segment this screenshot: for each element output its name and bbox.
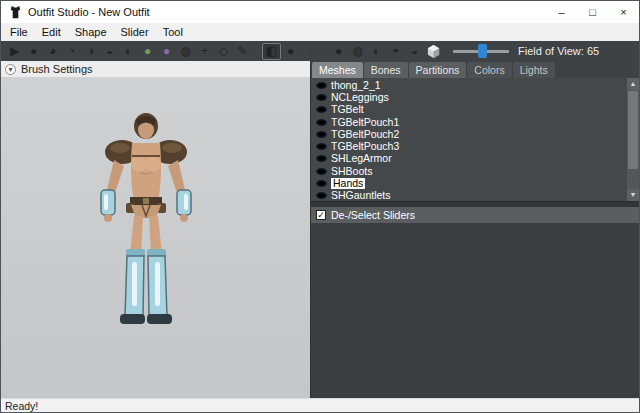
- masked-vertices-toggle-icon[interactable]: ◌: [300, 43, 319, 60]
- alpha-brush-icon[interactable]: ◍: [176, 43, 195, 60]
- tab-colors[interactable]: Colors: [467, 62, 511, 78]
- smooth-brush-icon[interactable]: ◒: [100, 43, 119, 60]
- visibility-eye-icon[interactable]: [316, 143, 327, 150]
- window-controls: – □ ×: [546, 1, 639, 23]
- mesh-list-scrollbar[interactable]: ▲ ▼: [627, 78, 639, 201]
- xmirror-toggle-icon[interactable]: ◧: [262, 43, 281, 60]
- window-title: Outfit Studio - New Outfit: [28, 6, 150, 18]
- visibility-eye-icon[interactable]: [316, 180, 327, 187]
- mesh-list-item-selected[interactable]: Hands: [311, 177, 627, 189]
- fov-label: Field of View: 65: [518, 45, 599, 57]
- panel-tabs: Meshes Bones Partitions Colors Lights: [311, 61, 639, 78]
- fov-slider-thumb[interactable]: [478, 44, 487, 58]
- scrollbar-thumb[interactable]: [628, 91, 638, 169]
- statusbar: Ready!: [1, 398, 639, 412]
- visibility-eye-icon[interactable]: [316, 168, 327, 175]
- mesh-list-item[interactable]: SHLegArmor: [311, 153, 627, 165]
- scroll-down-icon[interactable]: ▼: [627, 189, 639, 201]
- main-area: ▾ Brush Settings: [1, 61, 639, 398]
- mesh-list: thong_2_1 NCLeggings TGBelt TGBeltPouch1: [311, 78, 639, 202]
- app-logo-icon: [8, 5, 23, 20]
- visibility-eye-icon[interactable]: [316, 131, 327, 138]
- sliders-header-label: De-/Select Sliders: [331, 209, 415, 221]
- visibility-eye-icon[interactable]: [316, 119, 327, 126]
- wireframe-toggle-icon[interactable]: ◍: [348, 43, 367, 60]
- menu-tool[interactable]: Tool: [156, 24, 190, 40]
- select-tool-icon[interactable]: ▶: [5, 43, 24, 60]
- mesh-list-item[interactable]: thong_2_1: [311, 79, 627, 91]
- tab-bones[interactable]: Bones: [364, 62, 408, 78]
- visibility-eye-icon[interactable]: [316, 94, 327, 101]
- mesh-name: TGBeltPouch3: [331, 141, 399, 152]
- visibility-eye-icon[interactable]: [316, 82, 327, 89]
- mesh-list-item[interactable]: TGBeltPouch3: [311, 140, 627, 152]
- menu-edit[interactable]: Edit: [35, 24, 68, 40]
- mesh-name: SHBoots: [331, 166, 372, 177]
- mesh-name: NCLeggings: [331, 92, 389, 103]
- perspective-cube-icon[interactable]: [424, 43, 443, 60]
- close-button[interactable]: ×: [608, 1, 639, 23]
- minimize-button[interactable]: –: [546, 1, 577, 23]
- status-message: Ready!: [5, 400, 38, 412]
- move-brush-icon[interactable]: ◑: [81, 43, 100, 60]
- mesh-name: TGBeltPouch1: [331, 117, 399, 128]
- pivot-tool-icon[interactable]: ◇: [214, 43, 233, 60]
- maximize-button[interactable]: □: [577, 1, 608, 23]
- menu-shape[interactable]: Shape: [68, 24, 114, 40]
- left-pane: ▾ Brush Settings: [1, 61, 311, 398]
- character-model: [84, 110, 209, 350]
- mesh-list-item[interactable]: TGBeltPouch2: [311, 128, 627, 140]
- lighting-toggle-icon[interactable]: ◐: [367, 43, 386, 60]
- right-pane: Meshes Bones Partitions Colors Lights th…: [311, 61, 639, 398]
- mask-brush-icon[interactable]: ●: [24, 43, 43, 60]
- inflate-brush-icon[interactable]: ◕: [43, 43, 62, 60]
- viewport-3d[interactable]: [1, 78, 310, 398]
- deselect-sliders-checkbox[interactable]: ✓: [316, 210, 326, 220]
- mesh-list-item[interactable]: TGBelt: [311, 104, 627, 116]
- segment-toggle-icon[interactable]: ◒: [405, 43, 424, 60]
- mesh-name: SHLegArmor: [331, 153, 392, 164]
- transform-tool-icon[interactable]: +: [195, 43, 214, 60]
- color-brush-icon[interactable]: ●: [157, 43, 176, 60]
- collapse-chevron-icon[interactable]: ▾: [5, 64, 16, 75]
- toolbar-separator: [319, 41, 329, 61]
- brush-settings-header[interactable]: ▾ Brush Settings: [1, 61, 310, 78]
- brush-settings-label: Brush Settings: [21, 63, 93, 75]
- undiff-brush-icon[interactable]: ◐: [119, 43, 138, 60]
- toolbar: ▶ ● ◕ ◔ ◑ ◒ ◐ ● ● ◍ + ◇ ✎ ◧ ● ◌ ● ◍ ◐ ◓ …: [1, 41, 639, 61]
- deflate-brush-icon[interactable]: ◔: [62, 43, 81, 60]
- visibility-eye-icon[interactable]: [316, 192, 327, 199]
- texture-toggle-icon[interactable]: ●: [329, 43, 348, 60]
- mesh-name: thong_2_1: [331, 80, 381, 91]
- visibility-toggle-icon[interactable]: ◓: [386, 43, 405, 60]
- vertex-edit-tool-icon[interactable]: ✎: [233, 43, 252, 60]
- visibility-eye-icon[interactable]: [316, 155, 327, 162]
- titlebar[interactable]: Outfit Studio - New Outfit – □ ×: [1, 1, 639, 23]
- mesh-list-item[interactable]: SHBoots: [311, 165, 627, 177]
- menubar: File Edit Shape Slider Tool: [1, 23, 639, 41]
- fov-slider[interactable]: [453, 44, 509, 58]
- tab-meshes[interactable]: Meshes: [312, 62, 363, 78]
- menu-file[interactable]: File: [3, 24, 35, 40]
- sliders-header[interactable]: ✓ De-/Select Sliders: [311, 207, 639, 223]
- visibility-eye-icon[interactable]: [316, 106, 327, 113]
- mesh-list-item[interactable]: SHGauntlets: [311, 190, 627, 201]
- connected-only-toggle-icon[interactable]: ●: [281, 43, 300, 60]
- mesh-list-item[interactable]: NCLeggings: [311, 91, 627, 103]
- mesh-name: Hands: [331, 178, 365, 189]
- mesh-list-item[interactable]: TGBeltPouch1: [311, 116, 627, 128]
- toolbar-separator: [252, 41, 262, 61]
- weight-brush-icon[interactable]: ●: [138, 43, 157, 60]
- sliders-panel[interactable]: [311, 223, 639, 398]
- mesh-name: TGBelt: [331, 104, 364, 115]
- outfit-studio-window: Outfit Studio - New Outfit – □ × File Ed…: [0, 0, 640, 413]
- tab-partitions[interactable]: Partitions: [409, 62, 467, 78]
- scroll-up-icon[interactable]: ▲: [627, 78, 639, 90]
- menu-slider[interactable]: Slider: [114, 24, 156, 40]
- tab-lights[interactable]: Lights: [513, 62, 555, 78]
- mesh-name: TGBeltPouch2: [331, 129, 399, 140]
- mesh-name: SHGauntlets: [331, 190, 391, 201]
- mesh-rows: thong_2_1 NCLeggings TGBelt TGBeltPouch1: [311, 79, 627, 201]
